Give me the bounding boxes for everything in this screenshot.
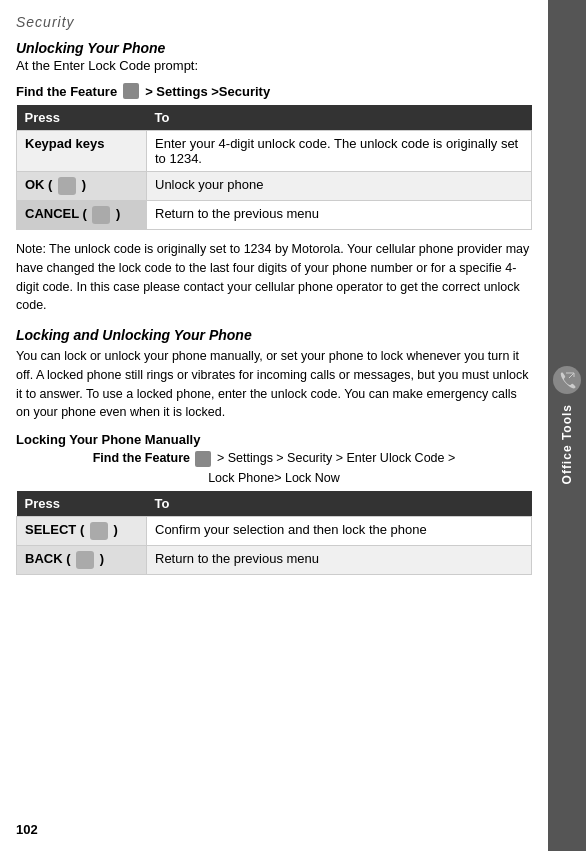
table-row: Keypad keys Enter your 4-digit unlock co… <box>17 131 532 172</box>
table1-row2-to: Unlock your phone <box>147 172 532 201</box>
feature-line-1: Find the Feature > Settings >Security <box>16 83 532 99</box>
sidebar-label: Office Tools <box>560 404 574 484</box>
page-header: Security <box>16 14 532 30</box>
table2-col2-header: To <box>147 491 532 517</box>
table-2: Press To SELECT ( ) Confirm your selecti… <box>16 491 532 575</box>
section3-title: Locking Your Phone Manually <box>16 432 532 447</box>
table1-col1-header: Press <box>17 105 147 131</box>
section1-title: Unlocking Your Phone <box>16 40 532 56</box>
feature-path-2b: Lock Phone> Lock Now <box>208 471 340 485</box>
feature-path-1: > Settings >Security <box>145 84 270 99</box>
feature-label-2: Find the Feature <box>93 451 190 465</box>
table2-row2-press: BACK ( ) <box>17 546 147 575</box>
header-title: Security <box>16 14 75 30</box>
table2-header-row: Press To <box>17 491 532 517</box>
section2-body: You can lock or unlock your phone manual… <box>16 347 532 422</box>
table1-row1-press: Keypad keys <box>17 131 147 172</box>
table1-row3-to: Return to the previous menu <box>147 201 532 230</box>
back-icon <box>76 551 94 569</box>
sidebar: Office Tools <box>548 0 586 851</box>
table2-row2-to: Return to the previous menu <box>147 546 532 575</box>
cancel-icon <box>92 206 110 224</box>
menu-icon-2 <box>195 451 211 467</box>
table1-row2-press: OK ( ) <box>17 172 147 201</box>
table-row: CANCEL ( ) Return to the previous menu <box>17 201 532 230</box>
table-row: SELECT ( ) Confirm your selection and th… <box>17 517 532 546</box>
table-row: BACK ( ) Return to the previous menu <box>17 546 532 575</box>
table1-col2-header: To <box>147 105 532 131</box>
feature-path-2: > Settings > Security > Enter Ulock Code… <box>217 451 455 465</box>
svg-line-2 <box>569 373 574 378</box>
section2-title: Locking and Unlocking Your Phone <box>16 327 532 343</box>
feature-line-2: Find the Feature > Settings > Security >… <box>16 451 532 485</box>
table2-col1-header: Press <box>17 491 147 517</box>
note-paragraph: Note: The unlock code is originally set … <box>16 240 532 315</box>
feature-label-1: Find the Feature <box>16 84 117 99</box>
ok-icon <box>58 177 76 195</box>
menu-icon-1 <box>123 83 139 99</box>
table2-row1-to: Confirm your selection and then lock the… <box>147 517 532 546</box>
phone-icon <box>553 366 581 394</box>
table1-header-row: Press To <box>17 105 532 131</box>
page-number: 102 <box>16 822 38 837</box>
table1-row1-to: Enter your 4-digit unlock code. The unlo… <box>147 131 532 172</box>
table2-row1-press: SELECT ( ) <box>17 517 147 546</box>
section1-subtitle: At the Enter Lock Code prompt: <box>16 58 532 73</box>
table1-row3-press: CANCEL ( ) <box>17 201 147 230</box>
table-1: Press To Keypad keys Enter your 4-digit … <box>16 105 532 230</box>
table-row: OK ( ) Unlock your phone <box>17 172 532 201</box>
select-icon <box>90 522 108 540</box>
